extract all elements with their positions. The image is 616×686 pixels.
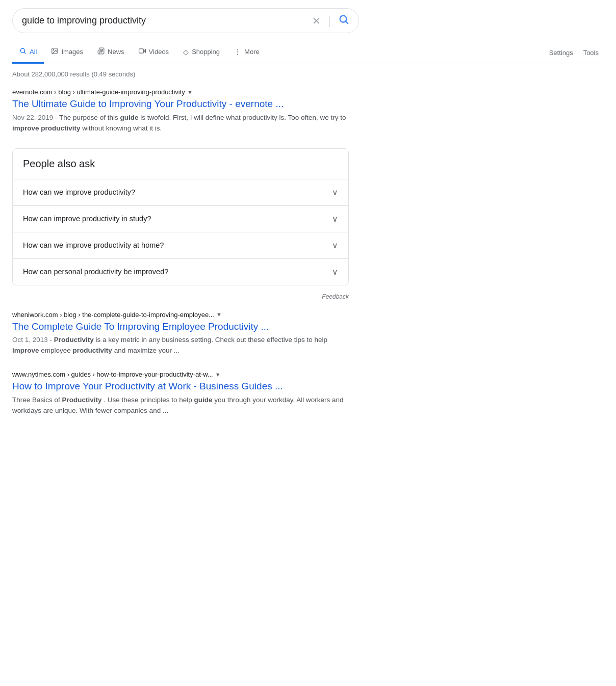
search-result-1: evernote.com › blog › ultimate-guide-imp… xyxy=(12,88,349,134)
search-input[interactable] xyxy=(22,15,312,26)
result-2-desc: Oct 1, 2013 - Productivity is a key metr… xyxy=(12,335,349,356)
svg-marker-6 xyxy=(143,49,145,52)
images-icon xyxy=(51,47,58,56)
svg-point-2 xyxy=(20,48,24,52)
videos-icon xyxy=(139,47,146,56)
svg-line-3 xyxy=(24,52,26,54)
result-2-url: wheniwork.com › blog › the-complete-guid… xyxy=(12,311,349,319)
tab-news-label: News xyxy=(108,48,124,56)
result-1-title[interactable]: The Ultimate Guide to Improving Your Pro… xyxy=(12,98,349,111)
tab-shopping[interactable]: ◇ Shopping xyxy=(176,42,227,64)
search-icon xyxy=(338,14,349,28)
result-2-date: Oct 1, 2013 xyxy=(12,336,48,344)
paa-question-3: How can we improve productivity at home? xyxy=(23,241,164,249)
result-1-desc: Nov 22, 2019 - The purpose of this guide… xyxy=(12,113,349,134)
paa-question-1: How can we improve productivity? xyxy=(23,188,135,196)
result-3-desc: Three Basics of Productivity . Use these… xyxy=(12,395,349,416)
chevron-down-icon-2: ∨ xyxy=(332,214,338,224)
svg-rect-7 xyxy=(139,49,143,53)
feedback-row: Feedback xyxy=(12,292,349,301)
more-icon: ⋮ xyxy=(234,48,241,56)
tab-more[interactable]: ⋮ More xyxy=(227,42,267,64)
tab-videos-label: Videos xyxy=(149,48,169,56)
tab-shopping-label: Shopping xyxy=(192,48,220,56)
people-also-ask-box: People also ask How can we improve produ… xyxy=(12,148,349,285)
tab-videos[interactable]: Videos xyxy=(132,41,176,64)
chevron-down-icon-4: ∨ xyxy=(332,267,338,277)
shopping-icon: ◇ xyxy=(183,48,189,56)
search-result-3: www.nytimes.com › guides › how-to-improv… xyxy=(12,371,349,416)
paa-item-3[interactable]: How can we improve productivity at home?… xyxy=(13,232,348,259)
all-icon xyxy=(19,47,27,56)
chevron-down-icon-1: ∨ xyxy=(332,188,338,197)
settings-link[interactable]: Settings xyxy=(544,43,578,63)
paa-title: People also ask xyxy=(13,149,348,179)
paa-question-4: How can personal productivity be improve… xyxy=(23,268,168,276)
search-bar: ✕ | xyxy=(12,8,359,33)
search-button[interactable] xyxy=(338,14,349,28)
tab-images[interactable]: Images xyxy=(44,41,90,64)
search-bar-icons: ✕ | xyxy=(312,14,349,28)
paa-question-2: How can improve productivity in study? xyxy=(23,215,151,223)
result-3-url: www.nytimes.com › guides › how-to-improv… xyxy=(12,371,349,378)
news-icon xyxy=(97,47,105,56)
result-1-date: Nov 22, 2019 xyxy=(12,114,53,121)
paa-item-2[interactable]: How can improve productivity in study? ∨ xyxy=(13,206,348,232)
close-icon: ✕ xyxy=(312,15,321,27)
tab-images-label: Images xyxy=(61,48,83,56)
feedback-link[interactable]: Feedback xyxy=(322,293,349,300)
tab-more-label: More xyxy=(244,48,260,56)
result-2-title[interactable]: The Complete Guide To Improving Employee… xyxy=(12,321,349,333)
results-count: About 282,000,000 results (0.49 seconds) xyxy=(12,70,604,78)
result-1-url: evernote.com › blog › ultimate-guide-imp… xyxy=(12,88,349,96)
result-1-url-arrow[interactable]: ▼ xyxy=(187,89,193,95)
search-result-2: wheniwork.com › blog › the-complete-guid… xyxy=(12,311,349,357)
chevron-down-icon-3: ∨ xyxy=(332,241,338,250)
tab-all[interactable]: All xyxy=(12,41,44,64)
tools-link[interactable]: Tools xyxy=(578,43,604,63)
tab-all-label: All xyxy=(30,48,37,56)
result-2-url-arrow[interactable]: ▼ xyxy=(216,311,222,318)
divider: | xyxy=(328,14,331,28)
paa-item-4[interactable]: How can personal productivity be improve… xyxy=(13,259,348,285)
clear-button[interactable]: ✕ xyxy=(312,15,321,27)
result-3-url-arrow[interactable]: ▼ xyxy=(215,372,221,378)
tab-news[interactable]: News xyxy=(90,41,132,64)
nav-tabs: All Images News Videos ◇ xyxy=(12,41,604,64)
svg-point-5 xyxy=(54,49,55,50)
paa-item-1[interactable]: How can we improve productivity? ∨ xyxy=(13,179,348,206)
svg-line-1 xyxy=(346,21,348,23)
result-3-title[interactable]: How to Improve Your Productivity at Work… xyxy=(12,380,349,393)
